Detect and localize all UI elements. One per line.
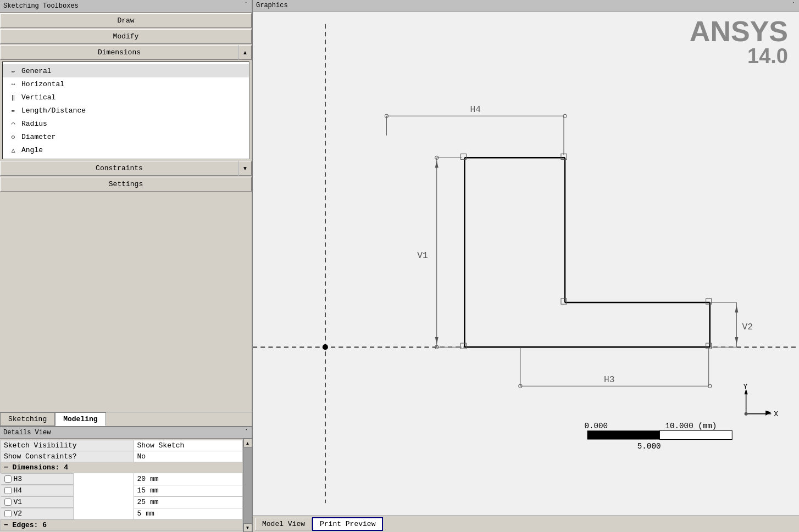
graphics-pin[interactable]: ˙ [792, 2, 796, 9]
v1-arrow-bottom [435, 337, 439, 344]
dim-vertical-item[interactable]: ‖ Vertical [3, 91, 249, 104]
angle-icon: △ [7, 145, 19, 155]
dim-angle-item[interactable]: △ Angle [3, 143, 249, 156]
details-label-v2: V2 [1, 508, 74, 519]
details-value-v1[interactable]: 25 mm [134, 496, 242, 508]
draw-button[interactable]: Draw [0, 13, 252, 28]
length-icon: ✒ [7, 105, 19, 115]
v2-checkbox[interactable] [4, 510, 12, 517]
details-label-h3: H3 [1, 473, 74, 485]
details-value-visibility: Show Sketch [134, 440, 242, 451]
details-title: Details View [3, 429, 51, 436]
dimensions-button[interactable]: Dimensions [0, 45, 238, 60]
right-panel: Graphics ˙ ANSYS 14.0 [253, 0, 799, 532]
details-value-h3[interactable]: 20 mm [134, 473, 242, 485]
details-value-v2[interactable]: 5 mm [134, 508, 242, 520]
h3-checkbox[interactable] [4, 475, 12, 483]
graphics-canvas: ANSYS 14.0 [253, 12, 799, 516]
dimensions-collapse-button[interactable]: ▲ [238, 45, 252, 60]
x-arrowhead [765, 411, 771, 416]
sketch-svg: H4 V1 V2 [253, 12, 799, 516]
scale-left-val: 0.000 [585, 422, 608, 430]
left-panel: Sketching Toolboxes ˙ Draw Modify Dimens… [0, 0, 253, 532]
details-row-h3: H3 20 mm [1, 473, 243, 485]
origin-dot [323, 344, 328, 350]
v2-arrow-top [735, 305, 738, 312]
print-preview-tab[interactable]: Print Preview [312, 517, 383, 531]
details-pin[interactable]: ˙ [245, 429, 248, 436]
details-table: Sketch Visibility Show Sketch Show Const… [0, 440, 243, 531]
toolbox-section: Draw Modify Dimensions ▲ ✏ General ↔ Hor… [0, 13, 252, 426]
details-row-constraints: Show Constraints? No [1, 451, 243, 462]
v2-label: V2 [742, 322, 753, 332]
details-value-constraints: No [134, 451, 242, 462]
graphics-title: Graphics [256, 2, 288, 9]
horizontal-icon: ↔ [7, 79, 19, 89]
corner-tl [460, 154, 466, 159]
axis-origin-dot [745, 412, 748, 416]
details-row-v1: V1 25 mm [1, 496, 243, 508]
dim-horizontal-item[interactable]: ↔ Horizontal [3, 77, 249, 91]
dim-vertical-label: Vertical [21, 93, 56, 102]
h4-label: H4 [470, 104, 481, 115]
scale-bar-black [587, 430, 660, 439]
corner-step-right [706, 299, 712, 304]
tab-sketching[interactable]: Sketching [0, 412, 55, 426]
details-row-visibility: Sketch Visibility Show Sketch [1, 440, 243, 451]
v2-arrow-bottom [735, 337, 738, 344]
diameter-icon: ⊖ [7, 132, 19, 142]
scale-mid-val: 5.000 [637, 442, 661, 451]
dim-general-label: General [21, 67, 52, 75]
toolboxes-title: Sketching Toolboxes [3, 2, 79, 10]
details-label-constraints: Show Constraints? [1, 451, 134, 462]
x-axis-label: X [774, 410, 778, 418]
constraints-button[interactable]: Constraints [0, 161, 238, 176]
dim-angle-label: Angle [21, 146, 43, 154]
scroll-up-button[interactable]: ▲ [243, 439, 252, 447]
modify-button[interactable]: Modify [0, 29, 252, 44]
dim-diameter-label: Diameter [21, 133, 56, 141]
constraints-collapse-button[interactable]: ▼ [238, 161, 252, 176]
settings-button[interactable]: Settings [0, 177, 252, 192]
details-label-dimensions: − Dimensions: 4 [1, 462, 243, 473]
tabs-row: Sketching Modeling [0, 412, 252, 426]
details-row-h4: H4 15 mm [1, 485, 243, 496]
graphics-header: Graphics ˙ [253, 0, 799, 12]
dimensions-menu: ✏ General ↔ Horizontal ‖ Vertical ✒ Leng… [2, 61, 249, 159]
details-scroll[interactable]: Sketch Visibility Show Sketch Show Const… [0, 439, 252, 532]
details-header: Details View ˙ [0, 427, 252, 439]
h3-label: H3 [604, 374, 614, 385]
constraints-row: Constraints ▼ [0, 161, 252, 176]
dim-diameter-item[interactable]: ⊖ Diameter [3, 130, 249, 143]
scale-right-val: 10.000 (mm) [665, 422, 717, 430]
details-label-edges: − Edges: 6 [1, 520, 243, 531]
details-view: Details View ˙ Sketch Visibility Show Sk… [0, 426, 252, 532]
toolboxes-pin[interactable]: ˙ [244, 2, 248, 10]
dim-radius-label: Radius [21, 120, 47, 128]
details-label-visibility: Sketch Visibility [1, 440, 134, 451]
dim-general-item[interactable]: ✏ General [3, 64, 249, 77]
dim-radius-item[interactable]: ⌒ Radius [3, 117, 249, 130]
details-label-h4: H4 [1, 485, 74, 496]
details-row-dimensions-header: − Dimensions: 4 [1, 462, 243, 473]
scroll-down-button[interactable]: ▼ [243, 523, 252, 532]
v1-arrow-top [435, 160, 439, 167]
details-value-h4[interactable]: 15 mm [134, 485, 242, 496]
dim-length-item[interactable]: ✒ Length/Distance [3, 104, 249, 117]
model-view-tab[interactable]: Model View [255, 518, 312, 530]
dim-length-label: Length/Distance [21, 107, 86, 115]
details-row-edges-header: − Edges: 6 [1, 520, 243, 531]
details-label-v1: V1 [1, 496, 74, 508]
tab-modeling[interactable]: Modeling [55, 412, 106, 426]
general-icon: ✏ [7, 66, 19, 76]
h4-checkbox[interactable] [4, 487, 12, 494]
details-row-v2: V2 5 mm [1, 508, 243, 520]
graphics-footer: Model View Print Preview [253, 516, 799, 532]
y-axis-label: Y [743, 383, 748, 391]
radius-icon: ⌒ [7, 119, 19, 128]
dimensions-row: Dimensions ▲ [0, 45, 252, 60]
v1-label: V1 [417, 250, 428, 261]
details-scrollbar[interactable]: ▲ ▼ [243, 439, 252, 532]
v1-checkbox[interactable] [4, 499, 12, 506]
dim-horizontal-label: Horizontal [21, 80, 64, 88]
